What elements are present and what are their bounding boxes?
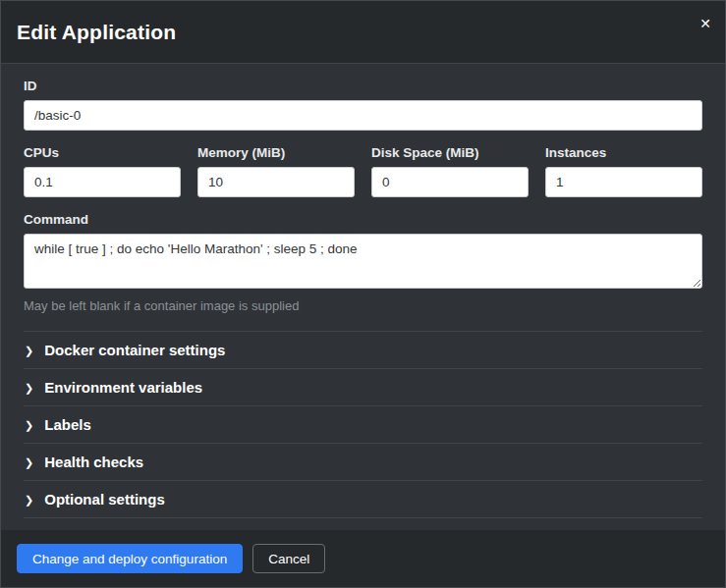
- section-label: Optional settings: [44, 491, 165, 508]
- disk-input[interactable]: [371, 167, 529, 197]
- section-label: Environment variables: [44, 379, 202, 396]
- memory-label: Memory (MiB): [197, 145, 355, 160]
- modal-header: Edit Application ✕: [1, 1, 725, 64]
- section-label: Health checks: [44, 454, 143, 470]
- chevron-right-icon: ❯: [25, 495, 33, 506]
- chevron-right-icon: ❯: [25, 346, 33, 356]
- memory-input[interactable]: [197, 167, 355, 197]
- chevron-right-icon: ❯: [25, 420, 33, 431]
- section-labels[interactable]: ❯ Labels: [24, 405, 702, 443]
- chevron-right-icon: ❯: [25, 457, 33, 468]
- instances-field-group: Instances: [545, 145, 702, 197]
- command-label: Command: [24, 212, 702, 227]
- id-label: ID: [24, 79, 702, 93]
- cpus-input[interactable]: [24, 167, 181, 197]
- disk-label: Disk Space (MiB): [371, 145, 529, 160]
- chevron-right-icon: ❯: [25, 383, 33, 394]
- edit-application-modal: Edit Application ✕ ID CPUs Memory (MiB) …: [0, 0, 726, 588]
- section-label: Labels: [44, 416, 91, 433]
- modal-title: Edit Application: [17, 21, 176, 44]
- section-environment-variables[interactable]: ❯ Environment variables: [24, 368, 702, 405]
- resources-row: CPUs Memory (MiB) Disk Space (MiB) Insta…: [24, 145, 702, 197]
- cancel-button[interactable]: Cancel: [252, 544, 325, 573]
- command-help-text: May be left blank if a container image i…: [24, 298, 702, 313]
- cpus-label: CPUs: [24, 145, 181, 160]
- id-input[interactable]: [24, 100, 702, 131]
- command-textarea[interactable]: while [ true ] ; do echo 'Hello Marathon…: [24, 234, 702, 289]
- section-docker-container-settings[interactable]: ❯ Docker container settings: [24, 331, 702, 368]
- section-optional-settings[interactable]: ❯ Optional settings: [24, 480, 702, 517]
- close-icon[interactable]: ✕: [699, 17, 711, 30]
- disk-field-group: Disk Space (MiB): [371, 145, 529, 197]
- submit-button[interactable]: Change and deploy configuration: [17, 544, 243, 573]
- id-field-group: ID: [24, 79, 702, 131]
- collapsible-sections: ❯ Docker container settings ❯ Environmen…: [24, 331, 702, 518]
- memory-field-group: Memory (MiB): [197, 145, 355, 197]
- section-label: Docker container settings: [44, 342, 225, 358]
- modal-body: ID CPUs Memory (MiB) Disk Space (MiB) In…: [1, 64, 725, 530]
- modal-footer: Change and deploy configuration Cancel: [1, 530, 725, 587]
- command-field-group: Command while [ true ] ; do echo 'Hello …: [24, 212, 702, 313]
- instances-label: Instances: [545, 145, 702, 160]
- cpus-field-group: CPUs: [24, 145, 181, 197]
- instances-input[interactable]: [545, 167, 702, 197]
- section-health-checks[interactable]: ❯ Health checks: [24, 443, 702, 480]
